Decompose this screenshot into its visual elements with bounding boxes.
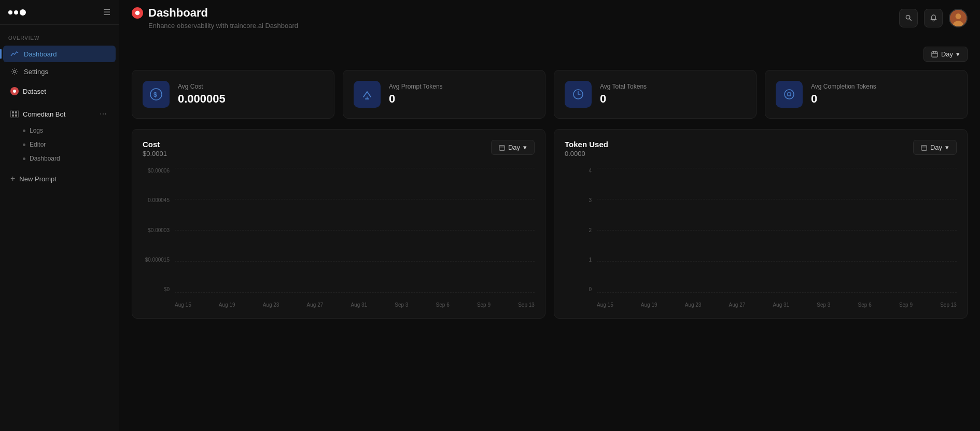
avg-cost-value: 0.000005 [178, 92, 324, 106]
cost-chart-card: Cost $0.0001 Day ▾ $0.00006 [132, 129, 545, 319]
token-chart-day-label: Day [930, 143, 942, 151]
token-y-label-4: 0 [589, 286, 592, 292]
cost-y-label-4: $0 [164, 286, 170, 292]
stat-card-avg-cost: $ Avg Cost 0.000005 [132, 70, 334, 119]
dashboard-content: Day ▾ $ Avg Cost 0.000005 [119, 36, 980, 431]
sidebar-item-settings-label: Settings [24, 68, 48, 76]
avg-total-tokens-label: Avg Total Tokens [600, 83, 746, 90]
main-content: Dashboard Enhance observability with tra… [119, 0, 980, 431]
sidebar-sub-item-editor[interactable]: Editor [3, 138, 116, 151]
cost-chart-title-area: Cost $0.0001 [143, 140, 167, 166]
comedian-dot-4 [15, 114, 17, 117]
sidebar-group-dataset: Dataset [0, 82, 119, 100]
token-x-label-6: Sep 6 [858, 302, 872, 308]
token-x-label-5: Sep 3 [817, 302, 830, 308]
logo-dot-3 [20, 9, 26, 16]
token-x-label-4: Aug 31 [773, 302, 789, 308]
comedian-dot-2 [15, 111, 17, 113]
sub-dot-dashboard [23, 157, 25, 160]
cost-x-label-2: Aug 23 [263, 302, 279, 308]
svg-rect-8 [932, 52, 937, 57]
svg-rect-18 [788, 93, 791, 96]
cost-chart-area: $0.00006 0.000045 $0.00003 $0.000015 $0 [143, 168, 535, 308]
page-title-icon [132, 7, 143, 19]
token-y-label-3: 1 [589, 257, 592, 263]
token-x-label-8: Sep 13 [940, 302, 957, 308]
cost-chart-chevron: ▾ [523, 143, 527, 151]
plus-icon: + [10, 174, 15, 183]
dataset-label: Dataset [23, 88, 46, 95]
svg-rect-21 [921, 145, 927, 150]
comedian-bot-more-button[interactable]: ⋯ [98, 109, 108, 119]
token-chart-y-labels: 4 3 2 1 0 [565, 168, 596, 292]
cost-x-label-0: Aug 15 [175, 302, 191, 308]
cost-x-label-4: Aug 31 [351, 302, 367, 308]
sidebar-item-settings[interactable]: Settings [3, 63, 116, 80]
search-button[interactable] [899, 9, 918, 27]
cost-bars-container [175, 168, 535, 292]
sidebar-group-comedian-bot: Comedian Bot ⋯ Logs Editor Dashboard [0, 104, 119, 166]
svg-rect-19 [499, 145, 505, 150]
logo [8, 9, 26, 16]
token-bars-container [597, 168, 957, 292]
svg-point-0 [13, 70, 16, 73]
sidebar-sub-item-dashboard-label: Dashboard [30, 155, 60, 162]
token-chart-day-filter[interactable]: Day ▾ [913, 140, 957, 155]
sub-dot-editor [23, 143, 25, 146]
cost-y-label-3: $0.000015 [145, 257, 170, 263]
sidebar-group-dataset-header[interactable]: Dataset [3, 83, 116, 99]
cost-chart-title: Cost [143, 140, 167, 149]
avg-completion-tokens-value: 0 [811, 92, 957, 106]
cost-chart-y-labels: $0.00006 0.000045 $0.00003 $0.000015 $0 [143, 168, 174, 292]
stat-card-avg-prompt-tokens: Avg Prompt Tokens 0 [343, 70, 545, 119]
stat-card-avg-total-tokens: Avg Total Tokens 0 [554, 70, 757, 119]
topbar: Dashboard Enhance observability with tra… [119, 0, 980, 36]
cost-x-label-6: Sep 6 [436, 302, 450, 308]
comedian-bot-icon [10, 110, 19, 118]
svg-line-4 [909, 19, 911, 20]
svg-point-1 [13, 90, 16, 93]
notification-button[interactable] [924, 9, 943, 27]
token-chart-card: Token Used 0.0000 Day ▾ 4 [554, 129, 968, 319]
sidebar-header: ☰ [0, 0, 119, 25]
sidebar-sub-item-logs[interactable]: Logs [3, 124, 116, 137]
cost-chart-subtitle: $0.0001 [143, 150, 167, 157]
sidebar-item-dashboard[interactable]: Dashboard [3, 46, 116, 62]
token-chart-chevron: ▾ [945, 143, 949, 151]
logo-dots [8, 9, 26, 16]
cost-chart-plot [175, 168, 535, 292]
sidebar-sub-item-logs-label: Logs [30, 127, 43, 134]
cost-x-label-5: Sep 3 [395, 302, 408, 308]
stat-card-avg-completion-tokens: Avg Completion Tokens 0 [765, 70, 968, 119]
new-prompt-button[interactable]: + New Prompt [3, 170, 116, 188]
token-chart-title: Token Used [565, 140, 608, 149]
sidebar-sub-item-dashboard[interactable]: Dashboard [3, 152, 116, 165]
logo-dot-2 [14, 10, 18, 15]
avg-cost-icon-wrap: $ [143, 81, 170, 108]
comedian-bot-label: Comedian Bot [23, 110, 65, 118]
user-avatar[interactable] [949, 9, 968, 27]
svg-text:$: $ [153, 91, 157, 98]
cost-x-label-3: Aug 27 [307, 302, 324, 308]
logo-dot-1 [8, 10, 12, 15]
sidebar-group-comedian-bot-header[interactable]: Comedian Bot ⋯ [3, 105, 116, 123]
token-x-label-2: Aug 23 [685, 302, 702, 308]
dashboard-icon [10, 50, 19, 58]
day-filter-button[interactable]: Day ▾ [923, 47, 968, 62]
svg-point-6 [956, 13, 961, 19]
cost-chart-day-filter[interactable]: Day ▾ [491, 140, 535, 155]
day-filter-chevron: ▾ [956, 50, 960, 58]
svg-rect-15 [365, 98, 369, 99]
cost-y-label-0: $0.00006 [148, 168, 170, 174]
token-x-label-1: Aug 19 [641, 302, 657, 308]
avg-prompt-tokens-icon-wrap [354, 81, 381, 108]
stats-grid: $ Avg Cost 0.000005 Av [132, 70, 968, 119]
svg-point-2 [135, 11, 140, 16]
token-y-label-0: 4 [589, 168, 592, 174]
token-chart-subtitle: 0.0000 [565, 150, 608, 157]
dataset-icon [10, 87, 19, 95]
hamburger-icon[interactable]: ☰ [103, 7, 110, 17]
sidebar-sub-item-editor-label: Editor [30, 141, 46, 148]
cost-x-label-1: Aug 19 [219, 302, 235, 308]
avg-completion-tokens-info: Avg Completion Tokens 0 [811, 83, 957, 106]
